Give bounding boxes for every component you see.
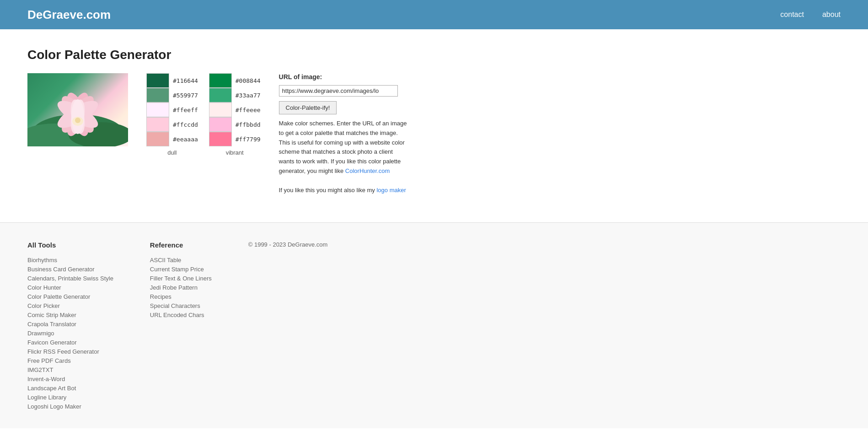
dull-swatch-box: [146, 73, 169, 88]
list-item: Favicon Generator: [27, 339, 113, 346]
dull-swatch-box: [146, 88, 169, 102]
copyright: © 1999 - 2023 DeGraeve.com: [248, 241, 328, 248]
tool-link[interactable]: Drawmigo: [27, 330, 54, 337]
list-item: Calendars, Printable Swiss Style: [27, 275, 113, 282]
generate-button[interactable]: Color-Palette-ify!: [279, 101, 337, 114]
tool-link[interactable]: Logoshi Logo Maker: [27, 403, 81, 410]
footer-all-tools: All Tools BiorhythmsBusiness Card Genera…: [27, 241, 113, 410]
dull-swatch-row: #ffeeff: [146, 102, 198, 117]
list-item: Drawmigo: [27, 329, 113, 337]
reference-link[interactable]: Filler Text & One Liners: [150, 275, 212, 282]
vibrant-swatch-label: #008844: [236, 77, 261, 84]
dull-swatch-label: #ffccdd: [173, 121, 198, 128]
description-text1: Make color schemes. Enter the URL of an …: [279, 120, 407, 174]
dull-swatch-label: #559977: [173, 92, 198, 99]
site-footer: All Tools BiorhythmsBusiness Card Genera…: [0, 222, 868, 428]
list-item: Comic Strip Maker: [27, 311, 113, 318]
dull-swatches: #116644#559977#ffeeff#ffccdd#eeaaaadull: [146, 73, 198, 156]
tool-link[interactable]: Crapola Translator: [27, 321, 76, 328]
vibrant-swatch-label: #ff7799: [236, 136, 261, 143]
vibrant-swatch-box: [209, 102, 232, 117]
list-item: Free PDF Cards: [27, 357, 113, 364]
all-tools-list: BiorhythmsBusiness Card GeneratorCalenda…: [27, 256, 113, 410]
list-item: Logline Library: [27, 393, 113, 401]
tool-link[interactable]: Landscape Art Bot: [27, 385, 76, 392]
tool-link[interactable]: Invent-a-Word: [27, 376, 65, 382]
list-item: URL Encoded Chars: [150, 311, 212, 318]
tool-link[interactable]: IMG2TXT: [27, 366, 53, 373]
tool-link[interactable]: Biorhythms: [27, 257, 57, 264]
tool-link[interactable]: Color Picker: [27, 302, 60, 309]
vibrant-swatch-row: #ff7799: [209, 132, 261, 146]
dull-swatch-box: [146, 117, 169, 132]
list-item: Flickr RSS Feed Generator: [27, 348, 113, 355]
list-item: IMG2TXT: [27, 366, 113, 373]
logomaker-link[interactable]: logo maker: [376, 187, 406, 194]
site-logo[interactable]: DeGraeve.com: [27, 8, 111, 22]
reference-link[interactable]: Recipes: [150, 293, 171, 300]
list-item: Invent-a-Word: [27, 375, 113, 382]
list-item: Business Card Generator: [27, 265, 113, 273]
vibrant-swatch-row: #ffeeee: [209, 102, 261, 117]
footer-reference: Reference ASCII TableCurrent Stamp Price…: [150, 241, 212, 410]
list-item: Current Stamp Price: [150, 265, 212, 273]
list-item: Jedi Robe Pattern: [150, 284, 212, 291]
main-content: Color Palette Generator: [0, 29, 549, 222]
dull-swatch-row: #ffccdd: [146, 117, 198, 132]
vibrant-label: vibrant: [209, 149, 261, 156]
tool-link[interactable]: Calendars, Printable Swiss Style: [27, 275, 113, 282]
nav-about[interactable]: about: [822, 11, 841, 19]
footer-inner: All Tools BiorhythmsBusiness Card Genera…: [27, 241, 841, 410]
list-item: Recipes: [150, 293, 212, 300]
dull-swatch-label: #eeaaaa: [173, 136, 198, 143]
tool-link[interactable]: Business Card Generator: [27, 266, 95, 273]
footer-copyright-col: © 1999 - 2023 DeGraeve.com: [248, 241, 328, 410]
colorhunter-link[interactable]: ColorHunter.com: [345, 167, 390, 174]
url-label: URL of image:: [279, 73, 407, 81]
reference-link[interactable]: URL Encoded Chars: [150, 312, 204, 318]
reference-link[interactable]: Current Stamp Price: [150, 266, 204, 273]
vibrant-swatch-box: [209, 132, 232, 146]
tool-link[interactable]: Color Palette Generator: [27, 293, 90, 300]
dull-label: dull: [146, 149, 198, 156]
vibrant-swatch-row: #ffbbdd: [209, 117, 261, 132]
dull-swatch-box: [146, 132, 169, 146]
tool-link[interactable]: Favicon Generator: [27, 339, 77, 346]
dull-swatch-label: #ffeeff: [173, 107, 198, 113]
description: Make color schemes. Enter the URL of an …: [279, 119, 407, 195]
reference-link[interactable]: ASCII Table: [150, 257, 181, 264]
vibrant-swatch-box: [209, 88, 232, 102]
tool-link[interactable]: Color Hunter: [27, 284, 61, 291]
description-text2: If you like this you might also like my: [279, 187, 377, 194]
tool-link[interactable]: Logline Library: [27, 394, 66, 401]
nav-contact[interactable]: contact: [780, 11, 804, 19]
reference-link[interactable]: Jedi Robe Pattern: [150, 284, 198, 291]
dull-swatch-row: #eeaaaa: [146, 132, 198, 146]
list-item: ASCII Table: [150, 256, 212, 264]
dull-swatch-label: #116644: [173, 77, 198, 84]
reference-list: ASCII TableCurrent Stamp PriceFiller Tex…: [150, 256, 212, 318]
dull-swatch-box: [146, 102, 169, 117]
reference-link[interactable]: Special Characters: [150, 302, 200, 309]
dull-swatch-row: #116644: [146, 73, 198, 88]
list-item: Special Characters: [150, 302, 212, 309]
list-item: Crapola Translator: [27, 320, 113, 328]
dull-swatch-row: #559977: [146, 88, 198, 102]
vibrant-swatch-label: #ffbbdd: [236, 121, 261, 128]
main-nav: contact about: [780, 11, 841, 19]
tool-link[interactable]: Free PDF Cards: [27, 357, 71, 364]
flower-image: [27, 73, 128, 146]
svg-point-13: [75, 118, 80, 123]
page-title: Color Palette Generator: [27, 48, 521, 62]
list-item: Logoshi Logo Maker: [27, 403, 113, 410]
tool-link[interactable]: Comic Strip Maker: [27, 312, 76, 318]
palette-image: [27, 73, 128, 146]
swatches-pair: #116644#559977#ffeeff#ffccdd#eeaaaadull …: [146, 73, 261, 156]
site-header: DeGraeve.com contact about: [0, 0, 868, 29]
tool-link[interactable]: Flickr RSS Feed Generator: [27, 348, 99, 355]
list-item: Color Palette Generator: [27, 293, 113, 300]
vibrant-swatch-label: #ffeeee: [236, 107, 261, 113]
url-input[interactable]: [279, 85, 398, 97]
url-section: URL of image: Color-Palette-ify! Make co…: [279, 73, 407, 195]
vibrant-swatch-box: [209, 117, 232, 132]
